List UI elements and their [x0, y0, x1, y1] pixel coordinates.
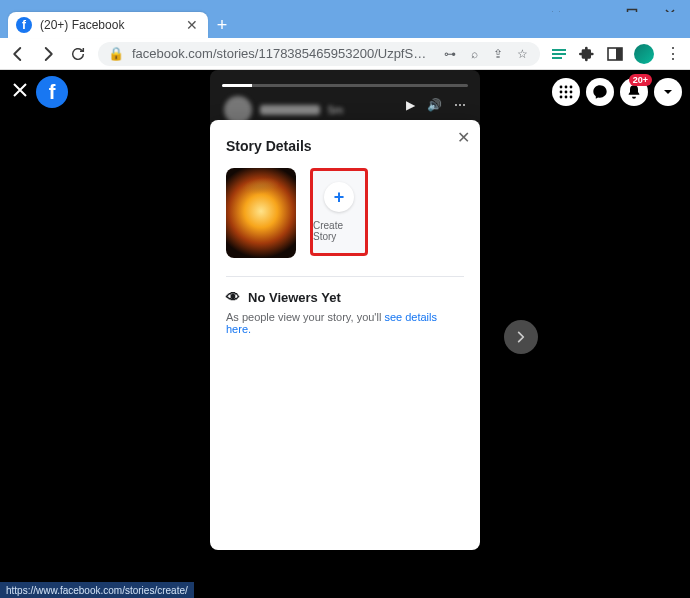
back-button[interactable]: [8, 44, 28, 64]
new-tab-button[interactable]: +: [208, 12, 236, 38]
svg-point-11: [565, 91, 568, 94]
notification-badge: 20+: [629, 74, 652, 86]
svg-point-14: [565, 96, 568, 99]
notifications-button[interactable]: 20+: [620, 78, 648, 106]
messenger-button[interactable]: [586, 78, 614, 106]
svg-rect-3: [552, 53, 566, 55]
side-panel-icon[interactable]: [606, 45, 624, 63]
create-story-label: Create Story: [313, 220, 365, 242]
svg-point-9: [570, 86, 573, 89]
account-menu-button[interactable]: [654, 78, 682, 106]
svg-point-10: [560, 91, 563, 94]
modal-title: Story Details: [226, 138, 464, 154]
chrome-menu-button[interactable]: ⋮: [664, 45, 682, 63]
zoom-icon[interactable]: ⌕: [466, 47, 482, 61]
story-author-name-blurred: [260, 105, 320, 115]
modal-close-button[interactable]: ✕: [457, 128, 470, 147]
story-details-modal: ✕ Story Details + Create Story 👁 No View…: [210, 120, 480, 550]
viewers-subtext: As people view your story, you'll see de…: [226, 311, 464, 335]
status-bar-link: https://www.facebook.com/stories/create/: [0, 582, 194, 598]
story-time-label: 5m: [328, 104, 343, 116]
volume-icon[interactable]: 🔊: [427, 98, 442, 112]
divider: [226, 276, 464, 277]
close-stories-button[interactable]: [12, 82, 28, 102]
next-story-button[interactable]: [504, 320, 538, 354]
svg-point-8: [565, 86, 568, 89]
svg-point-13: [560, 96, 563, 99]
facebook-logo[interactable]: f: [36, 76, 68, 108]
reader-extension-icon[interactable]: [550, 45, 568, 63]
browser-tab[interactable]: f (20+) Facebook ✕: [8, 12, 208, 38]
tab-title: (20+) Facebook: [40, 18, 176, 32]
svg-rect-6: [616, 48, 622, 60]
viewers-title: No Viewers Yet: [248, 290, 341, 305]
svg-point-7: [560, 86, 563, 89]
tab-close-button[interactable]: ✕: [184, 17, 200, 33]
svg-point-12: [570, 91, 573, 94]
plus-icon: +: [324, 182, 354, 212]
svg-rect-4: [552, 57, 562, 59]
address-bar[interactable]: 🔒 facebook.com/stories/1178385465953200/…: [98, 42, 540, 66]
svg-point-15: [570, 96, 573, 99]
play-icon[interactable]: ▶: [406, 98, 415, 112]
bookmark-icon[interactable]: ☆: [514, 47, 530, 61]
forward-button[interactable]: [38, 44, 58, 64]
url-text: facebook.com/stories/1178385465953200/Uz…: [132, 46, 434, 61]
extensions-icon[interactable]: [578, 45, 596, 63]
key-icon[interactable]: ⊶: [442, 47, 458, 61]
facebook-favicon: f: [16, 17, 32, 33]
profile-avatar-icon[interactable]: [634, 44, 654, 64]
story-more-icon[interactable]: ⋯: [454, 98, 466, 112]
apps-menu-button[interactable]: [552, 78, 580, 106]
svg-rect-2: [552, 49, 566, 51]
eye-icon: 👁: [226, 289, 240, 305]
share-icon[interactable]: ⇪: [490, 47, 506, 61]
lock-icon: 🔒: [108, 46, 124, 61]
story-thumbnail[interactable]: [226, 168, 296, 258]
reload-button[interactable]: [68, 44, 88, 64]
story-progress-bar: [222, 84, 468, 87]
create-story-button[interactable]: + Create Story: [310, 168, 368, 256]
